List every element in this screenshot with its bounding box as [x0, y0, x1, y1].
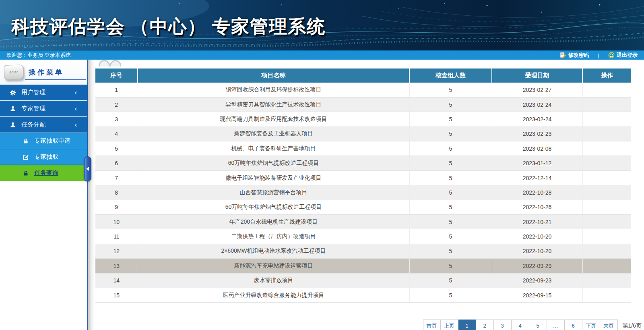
table-row[interactable]: 1 钢渣回收综合利用及环保提标改造项目 5 2023-02-27 — [95, 83, 631, 97]
cell-accept-date: 2022-09-23 — [492, 273, 582, 288]
cell-index: 14 — [95, 273, 138, 288]
change-password-link[interactable]: 修改密码 — [560, 52, 589, 59]
cell-index: 13 — [95, 259, 138, 273]
change-password-label: 修改密码 — [568, 52, 589, 59]
cell-accept-date: 2023-01-12 — [492, 156, 582, 170]
sidebar-collapse-handle[interactable] — [84, 156, 91, 181]
cell-team-size: 5 — [409, 141, 492, 156]
table-row[interactable]: 4 新建智能装备及工业机器人项目 5 2023-02-23 — [95, 127, 631, 141]
page-button[interactable]: 1 — [458, 320, 476, 330]
page-button[interactable]: 4 — [512, 320, 529, 330]
sidebar-item-label: 任务分配 — [21, 121, 45, 129]
cell-accept-date: 2023-02-24 — [492, 97, 582, 112]
column-header-project-name: 项目名称 — [138, 68, 409, 83]
cropped-toolbar-icon — [99, 60, 110, 66]
cell-accept-date: 2022-10-20 — [492, 244, 582, 258]
page-button[interactable]: 下页 — [582, 320, 600, 330]
cell-project-name: 异型精密刀具智能化生产技术改造项目 — [138, 97, 409, 112]
cell-project-name: 现代高端刀具制造及应用配套技术改造项目 — [138, 112, 409, 127]
cell-operation — [582, 170, 631, 185]
table-row[interactable]: 6 60万吨年焦炉烟气提标改造工程项目 5 2023-01-12 — [95, 156, 631, 170]
user-icon — [10, 122, 16, 128]
table-row[interactable]: 8 山西智慧旅游营销平台项目 5 2022-10-28 — [95, 185, 631, 200]
cell-operation — [582, 112, 631, 127]
sidebar-item-label: 专家抽取 — [34, 153, 58, 161]
column-header-index: 序号 — [95, 68, 138, 83]
cropped-toolbar-icon — [110, 60, 121, 66]
table-row[interactable]: 2 异型精密刀具智能化生产技术改造项目 5 2023-02-24 — [95, 97, 631, 112]
page-button[interactable]: 5 — [529, 320, 547, 330]
sidebar-item-task-assignment[interactable]: 任务分配 ‹ — [0, 117, 87, 133]
table-row[interactable]: 12 2×600MW机组电动给水泵改汽动工程项目 5 2022-10-20 — [95, 244, 631, 258]
table-row[interactable]: 14 废水零排放项目 5 2022-09-23 — [95, 273, 631, 288]
cell-team-size: 5 — [409, 215, 492, 229]
cell-accept-date: 2022-09-15 — [492, 288, 582, 302]
page-button[interactable]: 3 — [494, 320, 512, 330]
cell-team-size: 5 — [409, 170, 492, 185]
cell-index: 6 — [95, 156, 138, 170]
cell-operation — [582, 97, 631, 112]
welcome-text: 欢迎您：业务员 登录本系统 — [6, 52, 71, 59]
logout-icon — [608, 52, 615, 58]
pagination: 首页上页12345…6下页末页 — [423, 320, 618, 330]
main-content: 序号 项目名称 核查组人数 受理日期 操作 1 钢渣回收综合利用及环保提标改造项… — [94, 60, 644, 330]
edit-document-icon — [560, 52, 566, 58]
cell-project-name: 废水零排放项目 — [138, 273, 409, 288]
cell-operation — [582, 127, 631, 141]
chevron-left-icon: ‹ — [75, 105, 77, 112]
cell-project-name: 60万吨年焦炉烟气提标改造工程项目 — [138, 156, 409, 170]
table-body: 1 钢渣回收综合利用及环保提标改造项目 5 2023-02-27 2 异型精密刀… — [95, 83, 631, 303]
sidebar-item-label: 专家抽取申请 — [34, 137, 70, 145]
table-row[interactable]: 9 60万吨每年焦炉烟气提标改造工程项目 5 2022-10-26 — [95, 200, 631, 214]
sidebar-item-user-management[interactable]: 用户管理 ‹ — [0, 85, 87, 101]
table-row[interactable]: 10 年产200台永磁电机生产线建设项目 5 2022-10-21 — [95, 215, 631, 229]
table-row[interactable]: 15 医药产业升级改造综合服务能力提升项目 5 2022-09-15 — [95, 288, 631, 302]
table-row[interactable]: 3 现代高端刀具制造及应用配套技术改造项目 5 2023-02-24 — [95, 112, 631, 127]
sidebar-item-expert-extraction-request[interactable]: 专家抽取申请 — [0, 133, 87, 149]
cell-team-size: 5 — [409, 288, 492, 302]
sidebar-item-expert-management[interactable]: 专家管理 ‹ — [0, 101, 87, 117]
enter-key-label: enter — [10, 70, 18, 75]
cell-index: 2 — [95, 97, 138, 112]
chevron-left-icon: ‹ — [75, 89, 77, 96]
page-button[interactable]: 2 — [476, 320, 494, 330]
column-header-operation: 操作 — [582, 68, 631, 83]
sidebar: enter 操作菜单 用户管理 ‹ 专家管理 ‹ 任务分配 ‹ — [0, 60, 87, 330]
table-header-row: 序号 项目名称 核查组人数 受理日期 操作 — [95, 68, 631, 83]
cell-team-size: 5 — [409, 244, 492, 258]
sidebar-item-task-query[interactable]: 任务查询 — [0, 165, 87, 181]
lock-icon — [23, 138, 29, 144]
cell-index: 1 — [95, 83, 138, 97]
page-button[interactable]: 首页 — [423, 320, 441, 330]
chevron-left-icon: ‹ — [75, 121, 77, 129]
page-button[interactable]: 6 — [565, 320, 582, 330]
table-row[interactable]: 7 微电子组装智能装备研发及产业化项目 5 2022-12-14 — [95, 170, 631, 185]
topbar-separator: | — [598, 52, 599, 58]
cell-accept-date: 2023-02-24 — [492, 112, 582, 127]
edit-icon — [23, 154, 29, 160]
cell-project-name: 山西智慧旅游营销平台项目 — [138, 185, 409, 200]
cell-accept-date: 2023-02-27 — [492, 83, 582, 97]
cell-operation — [582, 229, 631, 244]
cell-team-size: 5 — [409, 185, 492, 200]
page-button[interactable]: 上页 — [441, 320, 458, 330]
collapse-arrow-icon — [86, 167, 89, 171]
cell-team-size: 5 — [409, 200, 492, 214]
cell-project-name: 60万吨每年焦炉烟气提标改造工程项目 — [138, 200, 409, 214]
app-title: 科技评估学会 （中心） 专家管理系统 — [11, 15, 326, 39]
table-row[interactable]: 13 新能源汽车充电站建设运营项目 5 2022-09-29 — [95, 259, 631, 273]
cell-team-size: 5 — [409, 112, 492, 127]
sidebar-title: 操作菜单 — [29, 68, 64, 77]
sidebar-item-expert-extraction[interactable]: 专家抽取 — [0, 149, 87, 165]
logout-link[interactable]: 退出登录 — [608, 52, 638, 59]
cell-operation — [582, 200, 631, 214]
page-button[interactable]: … — [547, 320, 565, 330]
cell-index: 8 — [95, 185, 138, 200]
page-button[interactable]: 末页 — [600, 320, 618, 330]
table-row[interactable]: 11 二期供热工程（厂房内）改造项目 5 2022-10-20 — [95, 229, 631, 244]
cell-accept-date: 2022-12-14 — [492, 170, 582, 185]
cell-team-size: 5 — [409, 229, 492, 244]
table-row[interactable]: 5 机械、电子装备科研生产基地项目 5 2023-02-08 — [95, 141, 631, 156]
sidebar-item-label: 用户管理 — [21, 89, 45, 96]
cell-accept-date: 2022-10-21 — [492, 215, 582, 229]
